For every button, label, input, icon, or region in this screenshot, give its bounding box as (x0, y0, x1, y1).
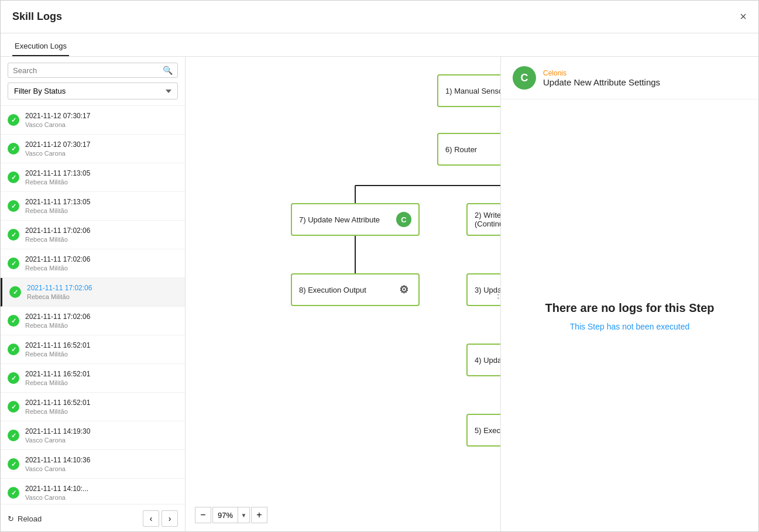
node-update-attr-7-badge: C (396, 212, 411, 227)
status-check-icon (8, 229, 19, 241)
status-check-icon (8, 401, 19, 413)
sidebar: 🔍 Filter By Status Success Error Running… (1, 57, 186, 532)
log-item[interactable]: 2021-11-11 14:10:... Vasco Carona (1, 479, 185, 504)
status-check-icon (8, 487, 19, 499)
log-date: 2021-11-11 17:13:05 (25, 169, 178, 177)
log-date: 2021-11-11 17:02:06 (25, 255, 178, 263)
log-item[interactable]: 2021-11-11 17:13:05 Rebeca Militão (1, 163, 185, 192)
log-item[interactable]: 2021-11-11 17:02:06 Rebeca Militão (1, 221, 185, 249)
node-router[interactable]: 6) Router (437, 133, 501, 166)
panel-brand: Celonis (543, 69, 660, 77)
log-info: 2021-11-11 17:02:06 Rebeca Militão (27, 284, 178, 300)
log-item[interactable]: 2021-11-11 16:52:01 Rebeca Militão (1, 393, 185, 421)
log-user: Rebeca Militão (25, 179, 178, 186)
zoom-in-button[interactable]: + (251, 507, 267, 523)
log-user: Rebeca Militão (25, 236, 178, 243)
log-date: 2021-11-11 17:13:05 (25, 198, 178, 206)
no-logs-title: There are no logs for this Step (545, 301, 715, 315)
reload-label: Reload (18, 514, 42, 523)
panel-avatar: C (513, 66, 536, 90)
flow-container: 1) Manual Sensor C 6) Router (186, 57, 500, 532)
panel-body: There are no logs for this Step This Ste… (501, 99, 758, 532)
log-date: 2021-11-11 16:52:01 (25, 399, 178, 407)
node-update-attr-7[interactable]: 7) Update New Attribute C (291, 203, 420, 236)
log-info: 2021-11-12 07:30:17 Vasco Carona (25, 112, 178, 128)
status-check-icon (8, 430, 19, 441)
next-button[interactable]: › (162, 510, 178, 527)
status-check-icon (8, 143, 19, 155)
zoom-out-button[interactable]: − (195, 507, 211, 523)
sidebar-footer: ↻ Reload ‹ › (1, 504, 185, 532)
prev-button[interactable]: ‹ (143, 510, 159, 527)
search-input[interactable] (13, 66, 163, 75)
log-user: Rebeca Militão (27, 293, 178, 300)
log-item[interactable]: 2021-11-11 17:02:06 Rebeca Militão (1, 249, 185, 278)
zoom-controls: − 97% ▼ + (195, 507, 267, 523)
log-info: 2021-11-11 16:52:01 Rebeca Militão (25, 399, 178, 415)
log-item[interactable]: 2021-11-12 07:30:17 Vasco Carona (1, 135, 185, 163)
log-item[interactable]: 2021-11-11 14:19:30 Vasco Carona (1, 421, 185, 450)
log-user: Rebeca Militão (25, 265, 178, 272)
log-item[interactable]: 2021-11-11 14:10:36 Vasco Carona (1, 450, 185, 479)
node-router-label: 6) Router (445, 145, 477, 154)
zoom-dropdown-button[interactable]: ▼ (238, 507, 249, 523)
panel-info: Celonis Update New Attribute Settings (543, 69, 660, 87)
tab-execution-logs[interactable]: Execution Logs (12, 37, 69, 56)
node-exec-output-8[interactable]: 8) Execution Output ⚙ (291, 273, 420, 306)
node-exec-output-8-label: 8) Execution Output (299, 286, 366, 294)
zoom-value: 97% (213, 511, 238, 520)
status-check-icon (8, 171, 19, 183)
log-user: Vasco Carona (25, 437, 178, 444)
log-user: Rebeca Militão (25, 379, 178, 386)
log-info: 2021-11-11 14:19:30 Vasco Carona (25, 427, 178, 444)
log-info: 2021-11-11 17:13:05 Rebeca Militão (25, 198, 178, 214)
zoom-display: 97% ▼ (212, 507, 250, 523)
log-user: Vasco Carona (25, 465, 178, 472)
reload-icon: ↻ (8, 514, 14, 523)
log-user: Vasco Carona (25, 494, 178, 501)
search-icon: 🔍 (163, 66, 173, 75)
status-check-icon (8, 114, 19, 126)
status-check-icon (8, 372, 19, 384)
reload-button[interactable]: ↻ Reload (8, 514, 42, 523)
resize-handle[interactable] (496, 57, 500, 532)
node-exec-output-8-badge: ⚙ (396, 282, 411, 297)
node-update-attr-7-label: 7) Update New Attribute (299, 215, 380, 224)
no-logs-subtitle: This Step has not been executed (570, 322, 690, 331)
log-list: 2021-11-12 07:30:17 Vasco Carona 2021-11… (1, 106, 185, 504)
log-info: 2021-11-12 07:30:17 Vasco Carona (25, 140, 178, 157)
log-date: 2021-11-11 16:52:01 (25, 370, 178, 378)
canvas: 1) Manual Sensor C 6) Router (186, 57, 501, 532)
node-manual-sensor[interactable]: 1) Manual Sensor C (437, 74, 501, 107)
header: Skill Logs × (1, 1, 758, 33)
log-info: 2021-11-11 14:10:36 Vasco Carona (25, 456, 178, 472)
panel-header: C Celonis Update New Attribute Settings (501, 57, 758, 99)
log-info: 2021-11-11 16:52:01 Rebeca Militão (25, 370, 178, 386)
log-item[interactable]: 2021-11-11 17:02:06 Rebeca Militão (1, 278, 185, 307)
status-check-icon (8, 200, 19, 212)
log-item[interactable]: 2021-11-11 16:52:01 Rebeca Militão (1, 364, 185, 393)
log-info: 2021-11-11 17:02:06 Rebeca Militão (25, 313, 178, 329)
search-container: 🔍 (8, 63, 178, 78)
tab-bar: Execution Logs (1, 33, 758, 57)
log-item[interactable]: 2021-11-11 17:02:06 Rebeca Militão (1, 307, 185, 335)
right-panel: C Celonis Update New Attribute Settings … (501, 57, 758, 532)
log-item[interactable]: 2021-11-12 07:30:17 Vasco Carona (1, 106, 185, 135)
log-user: Rebeca Militão (25, 408, 178, 415)
log-date: 2021-11-12 07:30:17 (25, 112, 178, 120)
nav-buttons: ‹ › (143, 510, 178, 527)
log-user: Rebeca Militão (25, 351, 178, 358)
log-info: 2021-11-11 16:52:01 Rebeca Militão (25, 341, 178, 358)
filter-select[interactable]: Filter By Status Success Error Running (8, 83, 178, 99)
log-item[interactable]: 2021-11-11 17:13:05 Rebeca Militão (1, 192, 185, 221)
log-info: 2021-11-11 17:13:05 Rebeca Militão (25, 169, 178, 186)
sidebar-controls: 🔍 Filter By Status Success Error Running (1, 57, 185, 106)
status-check-icon (8, 258, 19, 269)
log-date: 2021-11-11 17:02:06 (25, 226, 178, 235)
log-info: 2021-11-11 14:10:... Vasco Carona (25, 485, 178, 501)
close-button[interactable]: × (740, 10, 747, 23)
log-date: 2021-11-11 14:19:30 (25, 427, 178, 435)
log-date: 2021-11-11 17:02:06 (27, 284, 178, 292)
main-content: 🔍 Filter By Status Success Error Running… (1, 57, 758, 532)
log-item[interactable]: 2021-11-11 16:52:01 Rebeca Militão (1, 335, 185, 364)
